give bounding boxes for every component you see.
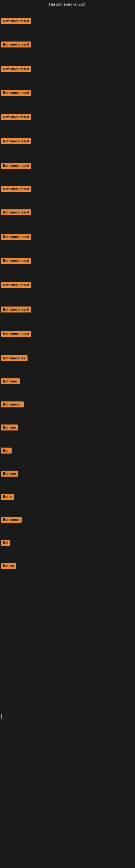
bottleneck-item-12: Bottleneck result — [0, 280, 31, 291]
bottleneck-item-9: Bottleneck result — [0, 207, 31, 219]
bottleneck-item-6: Bottleneck result — [0, 136, 31, 148]
bottleneck-item-24: Bottlen — [0, 561, 16, 572]
bottleneck-item-3: Bottleneck result — [0, 64, 31, 75]
bottleneck-item-15: Bottleneck res — [0, 353, 28, 365]
bottleneck-item-14: Bottleneck result — [0, 329, 31, 340]
bottleneck-badge-16[interactable]: Bottlenec — [1, 378, 20, 384]
bottleneck-badge-14[interactable]: Bottleneck result — [1, 331, 31, 337]
bottleneck-badge-10[interactable]: Bottleneck result — [1, 234, 31, 240]
bottleneck-badge-9[interactable]: Bottleneck result — [1, 209, 31, 215]
bottleneck-badge-13[interactable]: Bottleneck result — [1, 307, 31, 312]
bottleneck-item-7: Bottleneck result — [0, 161, 31, 172]
bottleneck-badge-11[interactable]: Bottleneck result — [1, 258, 31, 264]
bottleneck-badge-1[interactable]: Bottleneck result — [1, 18, 31, 24]
bottleneck-badge-12[interactable]: Bottleneck result — [1, 282, 31, 288]
bottleneck-badge-6[interactable]: Bottleneck result — [1, 138, 31, 144]
bottleneck-item-8: Bottleneck result — [0, 184, 31, 195]
bottleneck-item-18: Bottlene — [0, 422, 18, 434]
bottleneck-item-4: Bottleneck result — [0, 88, 31, 99]
bottleneck-badge-22[interactable]: Bottleneck — [1, 517, 21, 523]
text-cursor — [1, 714, 2, 719]
bottleneck-item-1: Bottleneck result — [0, 16, 31, 27]
bottleneck-badge-3[interactable]: Bottleneck result — [1, 66, 31, 72]
bottleneck-badge-23[interactable]: Bol — [1, 540, 10, 546]
bottleneck-item-19: Bott — [0, 445, 12, 457]
bottleneck-badge-19[interactable]: Bott — [1, 447, 12, 454]
bottleneck-item-22: Bottleneck — [0, 515, 21, 526]
bottleneck-item-17: Bottleneck r — [0, 399, 24, 411]
bottleneck-badge-24[interactable]: Bottlen — [1, 563, 16, 569]
bottleneck-badge-17[interactable]: Bottleneck r — [1, 401, 24, 407]
bottleneck-item-10: Bottleneck result — [0, 231, 31, 243]
bottleneck-badge-18[interactable]: Bottlene — [1, 425, 18, 431]
bottleneck-item-2: Bottleneck result — [0, 39, 31, 51]
bottleneck-badge-20[interactable]: Bottlene — [1, 471, 18, 476]
bottleneck-badge-2[interactable]: Bottleneck result — [1, 41, 31, 48]
bottleneck-badge-21[interactable]: Bottle — [1, 494, 14, 500]
bottleneck-item-20: Bottlene — [0, 468, 18, 480]
bottleneck-badge-15[interactable]: Bottleneck res — [1, 355, 28, 361]
bottleneck-item-21: Bottle — [0, 492, 14, 503]
bottleneck-item-5: Bottleneck result — [0, 112, 31, 123]
bottleneck-item-23: Bol — [0, 538, 10, 549]
bottleneck-item-13: Bottleneck result — [0, 304, 31, 316]
bottleneck-badge-4[interactable]: Bottleneck result — [1, 90, 31, 96]
bottleneck-badge-7[interactable]: Bottleneck result — [1, 163, 31, 169]
site-title: TheBottlenecker.com — [0, 0, 135, 9]
bottleneck-badge-5[interactable]: Bottleneck result — [1, 114, 31, 120]
bottleneck-item-16: Bottlenec — [0, 376, 20, 388]
bottleneck-item-11: Bottleneck result — [0, 255, 31, 267]
bottleneck-badge-8[interactable]: Bottleneck result — [1, 186, 31, 192]
